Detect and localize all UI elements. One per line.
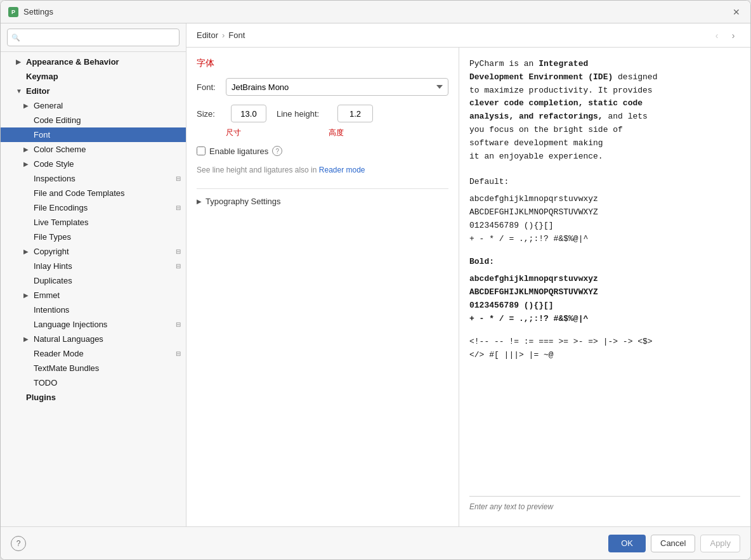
reader-mode-link[interactable]: Reader mode <box>319 166 365 174</box>
ok-button[interactable]: OK <box>608 535 646 552</box>
sidebar-item-duplicates[interactable]: Duplicates <box>1 273 186 288</box>
size-cn-label: 尺寸 <box>226 127 241 138</box>
sidebar-item-inspections[interactable]: Inspections ⊟ <box>1 171 186 186</box>
help-icon[interactable]: ? <box>272 146 282 156</box>
arrow-icon: ▼ <box>16 88 23 94</box>
sidebar-item-label: TODO <box>34 378 57 387</box>
arrow-spacer <box>23 379 31 386</box>
arrow-icon: ▶ <box>23 335 31 342</box>
sidebar-item-label: TextMate Bundles <box>34 363 99 373</box>
height-cn-label: 高度 <box>329 127 344 138</box>
line-height-group: Line height: <box>277 105 373 122</box>
arrow-icon: ▶ <box>16 58 23 65</box>
sidebar-item-file-code-templates[interactable]: File and Code Templates <box>1 186 186 200</box>
sidebar-item-file-encodings[interactable]: File Encodings ⊟ <box>1 200 186 215</box>
settings-panel: 字体 Font: JetBrains Mono Size: <box>186 48 459 526</box>
breadcrumb-bar: Editor › Font ‹ › <box>186 23 750 48</box>
arrow-spacer <box>23 204 31 211</box>
sidebar-item-color-scheme[interactable]: ▶ Color Scheme <box>1 142 186 157</box>
sidebar-item-emmet[interactable]: ▶ Emmet <box>1 288 186 303</box>
preview-panel: PyCharm is an Integrated Development Env… <box>459 48 750 526</box>
nav-forward-button[interactable]: › <box>726 29 740 42</box>
arrow-spacer <box>23 321 31 328</box>
arrow-spacer <box>23 131 31 138</box>
help-button[interactable]: ? <box>11 536 26 551</box>
sidebar-item-plugins[interactable]: Plugins <box>1 390 186 405</box>
sidebar-item-font[interactable]: Font <box>1 127 186 142</box>
sidebar-item-label: Color Scheme <box>34 145 86 154</box>
sidebar-item-label: Font <box>34 130 50 140</box>
sidebar-item-label: Reader Mode <box>34 349 84 358</box>
apply-button[interactable]: Apply <box>700 535 740 552</box>
footer-right: OK Cancel Apply <box>608 535 740 552</box>
arrow-spacer <box>23 117 31 124</box>
sidebar-item-todo[interactable]: TODO <box>1 375 186 390</box>
arrow-icon: ▶ <box>23 292 31 299</box>
preview-container: PyCharm is an Integrated Development Env… <box>469 58 740 516</box>
size-input[interactable] <box>231 105 266 122</box>
sidebar-item-file-types[interactable]: File Types <box>1 230 186 244</box>
window-title: Settings <box>23 7 730 16</box>
preview-bottom <box>469 496 740 516</box>
badge-icon: ⊟ <box>176 263 181 270</box>
sidebar-item-label: Code Style <box>34 159 74 169</box>
bold-lower: abcdefghijklmnopqrstuvwxyz <box>469 273 740 286</box>
preview-ligatures: <!-- -- != := === >= >- => |-> -> <$> </… <box>469 335 740 362</box>
sidebar-item-copyright[interactable]: ▶ Copyright ⊟ <box>1 244 186 259</box>
cancel-button[interactable]: Cancel <box>651 535 695 552</box>
typography-header[interactable]: ▶ Typography Settings <box>197 197 448 206</box>
badge-icon: ⊟ <box>176 321 181 328</box>
sidebar-item-label: File and Code Templates <box>34 188 125 198</box>
ligatures-label: Enable ligatures <box>209 147 268 156</box>
typography-section: ▶ Typography Settings <box>197 188 448 206</box>
bold-upper: ABCDEFGHIJKLMNOPQRSTUVWXYZ <box>469 286 740 299</box>
sidebar-item-live-templates[interactable]: Live Templates <box>1 215 186 230</box>
sidebar-item-label: Inlay Hints <box>34 261 72 271</box>
default-label: Default: <box>469 176 740 189</box>
badge-icon: ⊟ <box>176 204 181 211</box>
typography-label: Typography Settings <box>206 197 281 206</box>
ligatures-checkbox[interactable] <box>197 147 206 155</box>
sidebar-item-textmate-bundles[interactable]: TextMate Bundles <box>1 361 186 375</box>
sidebar-item-intentions[interactable]: Intentions <box>1 303 186 317</box>
sidebar-item-general[interactable]: ▶ General <box>1 98 186 113</box>
footer: ? OK Cancel Apply <box>1 526 750 559</box>
sidebar-item-label: Appearance & Behavior <box>26 57 119 67</box>
sidebar-item-keymap[interactable]: Keymap <box>1 69 186 84</box>
sidebar-item-natural-languages[interactable]: ▶ Natural Languages <box>1 332 186 346</box>
search-input[interactable] <box>7 29 180 46</box>
arrow-spacer <box>16 394 23 401</box>
sidebar-item-label: Plugins <box>26 393 56 402</box>
default-symbols: + - * / = .,;:!? #&$%@|^ <box>469 233 740 246</box>
close-button[interactable]: ✕ <box>730 6 743 18</box>
sidebar-item-label: Live Templates <box>34 218 88 227</box>
sidebar-item-inlay-hints[interactable]: Inlay Hints ⊟ <box>1 259 186 273</box>
reader-mode-text: See line height and ligatures also in Re… <box>197 165 448 176</box>
font-label: Font: <box>197 82 221 92</box>
breadcrumb-current: Font <box>228 30 245 40</box>
line-height-input[interactable] <box>337 105 373 122</box>
main-panel: Editor › Font ‹ › 字体 Font: <box>186 23 750 526</box>
arrow-icon: ▶ <box>23 102 31 109</box>
sidebar-item-language-injections[interactable]: Language Injections ⊟ <box>1 317 186 332</box>
section-title-cn: 字体 <box>197 58 448 69</box>
arrow-spacer <box>23 350 31 357</box>
typography-arrow-icon: ▶ <box>197 198 202 205</box>
nav-back-button[interactable]: ‹ <box>710 29 724 42</box>
search-bar <box>1 23 186 52</box>
preview-input[interactable] <box>469 502 740 511</box>
font-row: Font: JetBrains Mono <box>197 78 448 96</box>
sidebar-item-code-editing[interactable]: Code Editing <box>1 113 186 127</box>
arrow-icon: ▶ <box>23 146 31 153</box>
sidebar-item-editor[interactable]: ▼ Editor <box>1 84 186 98</box>
font-select[interactable]: JetBrains Mono <box>226 78 448 96</box>
sidebar-item-appearance[interactable]: ▶ Appearance & Behavior <box>1 55 186 69</box>
sidebar-item-label: Emmet <box>34 290 60 300</box>
arrow-spacer <box>23 365 31 372</box>
size-label: Size: <box>197 109 221 119</box>
sidebar-item-code-style[interactable]: ▶ Code Style <box>1 157 186 171</box>
sidebar-item-reader-mode[interactable]: Reader Mode ⊟ <box>1 346 186 361</box>
preview-default: Default: abcdefghijklmnopqrstuvwxyz ABCD… <box>469 176 740 245</box>
preview-scroll: PyCharm is an Integrated Development Env… <box>469 58 740 496</box>
sidebar: ▶ Appearance & Behavior Keymap ▼ Editor … <box>1 23 186 526</box>
